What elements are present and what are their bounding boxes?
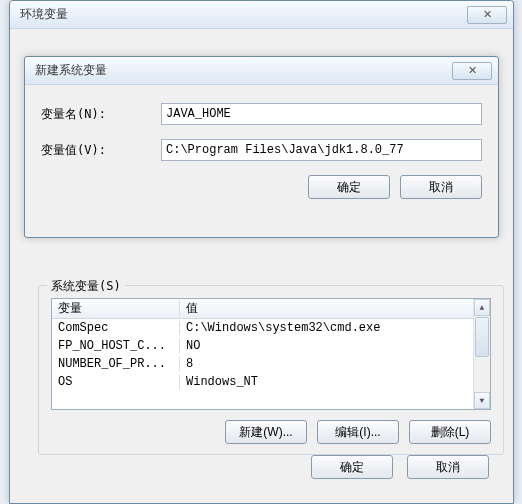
outer-cancel-button[interactable]: 取消 [407, 455, 489, 479]
scrollbar[interactable]: ▲ ▼ [473, 299, 490, 409]
variable-value-input[interactable] [161, 139, 482, 161]
outer-ok-button[interactable]: 确定 [311, 455, 393, 479]
system-variables-legend: 系统变量(S) [47, 278, 125, 295]
inner-dialog-buttons: 确定 取消 [41, 175, 482, 199]
column-header-value[interactable]: 值 [180, 300, 490, 317]
list-header: 变量 值 [52, 299, 490, 319]
list-item[interactable]: ComSpec C:\Windows\system32\cmd.exe [52, 319, 490, 337]
variable-value-label: 变量值(V): [41, 142, 161, 159]
row-var: NUMBER_OF_PR... [52, 357, 180, 371]
row-val: Windows_NT [180, 375, 490, 389]
row-val: 8 [180, 357, 490, 371]
chevron-down-icon: ▼ [480, 396, 485, 405]
list-item[interactable]: OS Windows_NT [52, 373, 490, 391]
variable-name-input[interactable] [161, 103, 482, 125]
delete-variable-button[interactable]: 删除(L) [409, 420, 491, 444]
list-rows: ComSpec C:\Windows\system32\cmd.exe FP_N… [52, 319, 490, 391]
system-variables-group: 系统变量(S) 变量 值 ComSpec C:\Windows\system32… [38, 285, 504, 455]
outer-window-title: 环境变量 [20, 6, 467, 23]
system-variables-list[interactable]: 变量 值 ComSpec C:\Windows\system32\cmd.exe… [51, 298, 491, 410]
row-val: C:\Windows\system32\cmd.exe [180, 321, 490, 335]
column-header-variable[interactable]: 变量 [52, 300, 180, 317]
outer-titlebar: 环境变量 ✕ [10, 1, 513, 29]
chevron-up-icon: ▲ [480, 303, 485, 312]
outer-close-button[interactable]: ✕ [467, 6, 507, 24]
new-variable-button[interactable]: 新建(W)... [225, 420, 307, 444]
system-variables-buttons: 新建(W)... 编辑(I)... 删除(L) [51, 420, 491, 444]
row-val: NO [180, 339, 490, 353]
inner-titlebar: 新建系统变量 ✕ [25, 57, 498, 85]
list-item[interactable]: NUMBER_OF_PR... 8 [52, 355, 490, 373]
scroll-up-button[interactable]: ▲ [474, 299, 490, 316]
variable-value-row: 变量值(V): [41, 139, 482, 161]
close-icon: ✕ [483, 8, 492, 21]
scroll-down-button[interactable]: ▼ [474, 392, 490, 409]
close-icon: ✕ [468, 64, 477, 77]
inner-body: 变量名(N): 变量值(V): 确定 取消 [25, 85, 498, 211]
list-item[interactable]: FP_NO_HOST_C... NO [52, 337, 490, 355]
variable-name-label: 变量名(N): [41, 106, 161, 123]
inner-cancel-button[interactable]: 取消 [400, 175, 482, 199]
new-system-variable-dialog: 新建系统变量 ✕ 变量名(N): 变量值(V): 确定 取消 [24, 56, 499, 238]
edit-variable-button[interactable]: 编辑(I)... [317, 420, 399, 444]
row-var: OS [52, 375, 180, 389]
row-var: ComSpec [52, 321, 180, 335]
inner-close-button[interactable]: ✕ [452, 62, 492, 80]
inner-window-title: 新建系统变量 [35, 62, 452, 79]
scroll-thumb[interactable] [475, 317, 489, 357]
outer-dialog-buttons: 确定 取消 [311, 455, 489, 479]
variable-name-row: 变量名(N): [41, 103, 482, 125]
inner-ok-button[interactable]: 确定 [308, 175, 390, 199]
row-var: FP_NO_HOST_C... [52, 339, 180, 353]
